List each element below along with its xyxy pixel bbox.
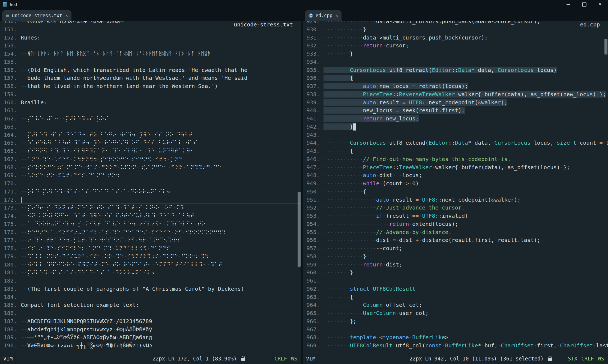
code-line[interactable]: 949.············while·(count·>·0) bbox=[303, 180, 608, 188]
status-flag-ws[interactable]: WS bbox=[598, 356, 604, 362]
code-line[interactable]: 174.··⠪⠝·⠅⠝⠪⠇⠫⠛⠑⠂·⠱⠁⠞·⠹⠻⠑·⠊⠎·⠏⠜⠞⠊⠊⠥⠇⠜⠇⠹·… bbox=[0, 212, 301, 220]
code-line[interactable]: 961. bbox=[303, 277, 608, 285]
code-line[interactable]: 933.········} bbox=[303, 50, 608, 58]
code-line[interactable]: 942.········} bbox=[303, 123, 608, 131]
code-line[interactable]: 950.············{ bbox=[303, 188, 608, 196]
code-line[interactable]: 930.············} bbox=[303, 26, 608, 34]
code-line[interactable]: 952.················//·Just·advance·the·… bbox=[303, 204, 608, 212]
code-line[interactable]: 167.··⠁⠝⠙·⠹⠑·⠡⠊⠑⠋·⠍⠳⠗⠝⠻⠲·⡎⠊⠗⠕⠕⠛⠑·⠎⠊⠛⠝⠫·⠊… bbox=[0, 155, 301, 163]
code-line[interactable]: 955.················//·Advance·by·distan… bbox=[303, 228, 608, 236]
code-line[interactable]: 169.··⠡⠕⠎⠑·⠞⠕·⠏⠥⠞·⠙⠊⠎·⠙⠁⠝⠙·⠞⠕⠲ bbox=[0, 171, 301, 180]
scrollbar-thumb[interactable] bbox=[298, 192, 301, 267]
code-line[interactable]: 963.········{ bbox=[303, 293, 608, 301]
code-line[interactable]: 159. bbox=[0, 90, 301, 99]
status-flag-crlf[interactable]: CRLF bbox=[274, 356, 287, 362]
code-line[interactable]: 964.············Column·offset_col; bbox=[303, 301, 608, 309]
code-line[interactable]: 968.········template·<typename·BufferLik… bbox=[303, 333, 608, 342]
code-line[interactable]: 939.············auto·result·=·UTF8::next… bbox=[303, 99, 608, 107]
code-line[interactable]: 187.··ABCDEFGHIJKLMNOPQRSTUVWXYZ·/012345… bbox=[0, 317, 301, 326]
code-line[interactable]: 956.················dist·=·dist·+·distan… bbox=[303, 236, 608, 244]
code-line[interactable]: 175.··⠁·⠙⠕⠕⠗⠤⠝⠁⠊⠇⠲·⡊·⠍⠊⠣⠞·⠙⠁⠧⠑·⠃⠑⠲·⠔⠊⠇⠔⠫… bbox=[0, 220, 301, 228]
code-line[interactable]: 185.Compact·font·selection·example·text: bbox=[0, 301, 301, 309]
code-line[interactable]: 957.················--count; bbox=[303, 244, 608, 253]
code-line[interactable]: 152.Runes: bbox=[0, 34, 301, 42]
code-line[interactable]: 172. bbox=[0, 196, 301, 204]
code-line[interactable]: 171.··⡕⠇⠙·⡍⠜⠇⠑⠹·⠺⠁⠎·⠁⠎·⠙⠑⠁⠙·⠁⠎·⠁·⠙⠕⠕⠗⠤⠝⠁… bbox=[0, 188, 301, 196]
code-line[interactable]: 938.············PieceTree::ReverseTreeWa… bbox=[303, 90, 608, 99]
code-line[interactable]: 941.············return·new_locus; bbox=[303, 115, 608, 123]
tab-close-icon[interactable]: ✕ bbox=[336, 13, 338, 18]
code-line[interactable]: 935.········CursorLocus·utf8_retract(Edi… bbox=[303, 66, 608, 74]
code-line[interactable]: 177.··⠔·⠹⠑·⠞⠗⠁⠙⠑⠲·⡃⠥⠞·⠹⠑·⠺⠊⠎⠙⠕⠍·⠕⠋·⠳⠗·⠁⠝… bbox=[0, 236, 301, 244]
code-line[interactable]: 164.··⡍⠜⠇⠑⠹·⠺⠁⠎·⠙⠑⠁⠙⠒·⠞⠕·⠃⠑⠛⠔·⠺⠊⠹⠲·⡹⠻⠑·⠊… bbox=[0, 131, 301, 139]
editor-pane-left[interactable]: 150.··የጎረቤት·ሌባ፥·ቢያዩት·ይስቅ·ባያዩት·ያጠልቅ።151.1… bbox=[0, 21, 301, 353]
code-line[interactable]: 166.··⠎⠊⠛⠝⠫·⠃⠹·⠹⠑·⠊⠇⠻⠛⠹⠍⠁⠝⠂·⠹⠑·⠊⠇⠻⠅⠂·⠹⠑·… bbox=[0, 147, 301, 155]
code-line[interactable]: 181.··⡍⠜⠇⠑⠹·⠺⠁⠎·⠁⠎·⠙⠑⠁⠙·⠁⠎·⠁·⠙⠕⠕⠗⠤⠝⠁⠊⠇⠲ bbox=[0, 269, 301, 277]
code-line[interactable]: 186. bbox=[0, 309, 301, 317]
code-line[interactable]: 946.············//·Find·out·how·many·byt… bbox=[303, 155, 608, 163]
code-line[interactable]: 940.············new_locus·=·seek(result.… bbox=[303, 107, 608, 115]
code-line[interactable]: 967. bbox=[303, 326, 608, 334]
scrollbar-thumb[interactable] bbox=[604, 39, 607, 55]
code-line[interactable]: 931.············data->multi_cursors.push… bbox=[303, 34, 608, 42]
editor-pane-right[interactable]: 929.················data->multi_cursors.… bbox=[303, 21, 608, 353]
code-line[interactable]: 158.··that·he·lived·in·the·northern·land… bbox=[0, 82, 301, 90]
code-line[interactable]: 165.··⠱⠁⠞⠑⠧⠻·⠁⠃⠳⠞·⠹⠁⠞⠲·⡹⠑·⠗⠑⠛⠊⠌⠻·⠕⠋·⠙⠊⠎·… bbox=[0, 139, 301, 147]
code-line[interactable]: 929.················data->multi_cursors.… bbox=[303, 21, 608, 26]
code-line[interactable]: 966.········}; bbox=[303, 317, 608, 326]
code-line[interactable]: 183.··(The·first·couple·of·paragraphs·of… bbox=[0, 285, 301, 293]
code-line[interactable]: 959.············return·dist; bbox=[303, 261, 608, 269]
code-line[interactable]: 954.····················return·extend(lo… bbox=[303, 220, 608, 228]
minimize-button[interactable] bbox=[561, 0, 576, 9]
code-line[interactable]: 190.··∀∂∈ℝ∧∪≡∞·↑↗↨↻⇣·┐┼╔╘░►☺♀·ﬁ�⑀₂ἠḂӥẄɐː… bbox=[0, 342, 301, 350]
tab-ed-cpp[interactable]: ed.cpp ✕ bbox=[305, 10, 342, 21]
code-line[interactable]: 189.··–—‘“”„†•…‰™œŠŸž€·ΑΒΓΔΩαβγδω·АБВГДа… bbox=[0, 333, 301, 342]
code-line[interactable]: 176.··⠗⠑⠛⠜⠙·⠁·⠊⠕⠋⠋⠔⠤⠝⠁⠊⠇·⠁⠎·⠹⠑·⠙⠑⠁⠙⠑⠌·⠏⠊… bbox=[0, 228, 301, 236]
status-flag-stx[interactable]: STX bbox=[568, 356, 577, 362]
code-line[interactable]: 178.··⠊⠎·⠔·⠹⠑·⠎⠊⠍⠊⠇⠑⠆·⠁⠝⠙·⠍⠹·⠥⠝⠙⠁⠇⠇⠪⠫·⠙⠁… bbox=[0, 244, 301, 253]
maximize-button[interactable] bbox=[576, 0, 592, 9]
code-line[interactable]: 934. bbox=[303, 58, 608, 66]
tab-close-icon[interactable]: ✕ bbox=[65, 13, 68, 18]
code-line[interactable]: 157.··bude·thaem·lande·northweardum·with… bbox=[0, 74, 301, 82]
code-line[interactable]: 160.Braille: bbox=[0, 99, 301, 107]
code-line[interactable]: 155. bbox=[0, 58, 301, 66]
code-line[interactable]: 958.············} bbox=[303, 253, 608, 261]
code-line[interactable]: 947.············PieceTree::TreeWalker·wa… bbox=[303, 163, 608, 172]
status-flag-crlf[interactable]: CRLF bbox=[581, 356, 594, 362]
scrollbar-track[interactable] bbox=[298, 21, 301, 353]
code-line[interactable]: 162.··⡌⠁⠧⠑·⠼⠁⠒··⡍⠜⠇⠑⠹⠰⠎·⡣⠕⠌ bbox=[0, 115, 301, 123]
code-line[interactable]: 951.················auto·result·=·UTF8::… bbox=[303, 196, 608, 204]
code-line[interactable]: 969.········UTF8ColResult·utf8_col(const… bbox=[303, 342, 608, 350]
code-line[interactable]: 936.········{ bbox=[303, 74, 608, 82]
code-line[interactable]: 937.············auto·new_locus·=·retract… bbox=[303, 82, 608, 90]
lock-icon[interactable] bbox=[241, 358, 245, 361]
code-line[interactable]: 960.········} bbox=[303, 269, 608, 277]
code-line[interactable]: 953.················if·(result·==·UTF8::… bbox=[303, 212, 608, 220]
code-line[interactable]: 943. bbox=[303, 131, 608, 139]
close-button[interactable]: ✕ bbox=[592, 0, 608, 9]
lock-icon[interactable] bbox=[548, 358, 552, 361]
code-line[interactable]: 163. bbox=[0, 123, 301, 131]
code-line[interactable]: 168.··⡎⠊⠗⠕⠕⠛⠑⠰⠎·⠝⠁⠍⠑·⠺⠁⠎·⠛⠕⠕⠙·⠥⠏⠕⠝·⠰⡡⠁⠝⠛… bbox=[0, 163, 301, 172]
code-line[interactable]: 932.············return·cursor; bbox=[303, 42, 608, 50]
code-line[interactable]: 170. bbox=[0, 180, 301, 188]
scrollbar-track[interactable] bbox=[604, 21, 607, 353]
code-line[interactable]: 173.··⡍⠔⠙⠖·⡊·⠙⠕⠝⠰⠞·⠍⠑⠁⠝·⠞⠕·⠎⠁⠹·⠹⠁⠞·⡊·⠅⠝⠪… bbox=[0, 204, 301, 212]
code-line[interactable]: 188.··abcdefghijklmnopqrstuvwxyz·£©µÀÆÖÞ… bbox=[0, 326, 301, 334]
code-line[interactable]: 184. bbox=[0, 293, 301, 301]
tab-unicode-stress-txt[interactable]: unicode-stress.txt ✕ bbox=[2, 10, 71, 21]
code-line[interactable]: 180.··⠺⠊⠇⠇·⠹⠻⠑⠋⠕⠗⠑·⠏⠻⠍⠊⠞·⠍⠑·⠞⠕·⠗⠑⠏⠑⠁⠞⠂·⠑… bbox=[0, 261, 301, 269]
code-line[interactable]: 161. bbox=[0, 107, 301, 115]
code-line[interactable]: 154.··ᚻᛖ·ᚳᚹᚫᚦ·ᚦᚫᛏ·ᚻᛖ·ᛒᚢᛞᛖ·ᚩᚾ·ᚦᚫᛗ·ᛚᚪᚾᛞᛖ·ᚾ… bbox=[0, 50, 301, 58]
code-line[interactable]: 945.········{ bbox=[303, 147, 608, 155]
code-line[interactable]: 962.········struct·UTF8ColResult bbox=[303, 285, 608, 293]
status-flag-ws[interactable]: WS bbox=[291, 356, 297, 362]
code-line[interactable]: 156.··(Old·English,·which·transcribed·in… bbox=[0, 66, 301, 74]
code-line[interactable]: 948.············auto·dist·=·locus; bbox=[303, 171, 608, 180]
code-line[interactable]: 944.········CursorLocus·utf8_extend(Edit… bbox=[303, 139, 608, 147]
code-line[interactable]: 179.··⠩⠁⠇⠇·⠝⠕⠞·⠙⠊⠌⠥⠗⠃·⠊⠞⠂·⠕⠗·⠹⠑·⡊⠳⠝⠞⠗⠹⠰⠎… bbox=[0, 253, 301, 261]
code-line[interactable]: 965.············UserColumn·user_col; bbox=[303, 309, 608, 317]
code-line[interactable]: 182. bbox=[0, 277, 301, 285]
code-line[interactable]: 153. bbox=[0, 42, 301, 50]
